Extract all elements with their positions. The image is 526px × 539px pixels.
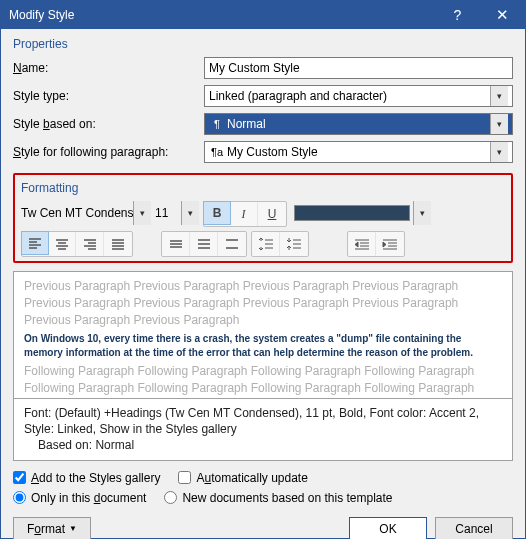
only-in-document-radio[interactable]: Only in this document [13,491,146,505]
based-on-label: Style based on: [13,117,198,131]
add-to-gallery-checkbox[interactable]: Add to the Styles gallery [13,471,160,485]
align-right-button[interactable] [76,232,104,256]
font-combo[interactable]: Tw Cen MT Condensed ▾ [21,201,151,225]
align-center-button[interactable] [48,232,76,256]
cancel-button[interactable]: Cancel [435,517,513,539]
caret-down-icon: ▼ [69,524,77,533]
preview-ghost-after: Following Paragraph Following Paragraph … [24,363,502,399]
paragraph-linked-icon: ¶a [209,146,227,158]
chevron-down-icon: ▾ [490,142,508,162]
formatting-group: Formatting Tw Cen MT Condensed ▾ 11 ▾ B … [13,173,513,263]
chevron-down-icon: ▾ [490,114,508,134]
properties-heading: Properties [13,37,513,51]
style-type-combo[interactable]: Linked (paragraph and character) ▾ [204,85,513,107]
titlebar: Modify Style ? ✕ [1,1,525,29]
style-type-label: Style type: [13,89,198,103]
chevron-down-icon: ▾ [133,201,151,225]
increase-indent-button[interactable] [376,232,404,256]
dialog-title: Modify Style [9,8,435,22]
color-swatch [294,205,410,221]
help-button[interactable]: ? [435,1,480,29]
following-label: Style for following paragraph: [13,145,198,159]
auto-update-checkbox[interactable]: Automatically update [178,471,307,485]
format-button[interactable]: Format▼ [13,517,91,539]
paragraph-mark-icon: ¶ [209,118,227,130]
font-size-combo[interactable]: 11 ▾ [155,201,199,225]
chevron-down-icon: ▾ [181,201,199,225]
close-button[interactable]: ✕ [480,1,525,29]
align-left-button[interactable] [21,231,49,255]
bold-button[interactable]: B [203,201,231,225]
formatting-heading: Formatting [21,181,505,195]
space-before-increase-button[interactable] [252,232,280,256]
based-on-combo[interactable]: ¶ Normal ▾ [204,113,513,135]
name-label: Name: [13,61,198,75]
align-justify-button[interactable] [104,232,132,256]
line-spacing-15-button[interactable] [190,232,218,256]
following-combo[interactable]: ¶a My Custom Style ▾ [204,141,513,163]
font-color-combo[interactable]: ▾ [291,201,431,225]
preview-ghost-before: Previous Paragraph Previous Paragraph Pr… [24,278,502,328]
preview-sample-text: On Windows 10, every time there is a cra… [24,332,502,359]
space-before-decrease-button[interactable] [280,232,308,256]
decrease-indent-button[interactable] [348,232,376,256]
line-spacing-1-button[interactable] [162,232,190,256]
underline-button[interactable]: U [258,202,286,226]
line-spacing-2-button[interactable] [218,232,246,256]
preview-pane: Previous Paragraph Previous Paragraph Pr… [13,271,513,399]
ok-button[interactable]: OK [349,517,427,539]
new-documents-radio[interactable]: New documents based on this template [164,491,392,505]
chevron-down-icon: ▾ [413,201,431,225]
modify-style-dialog: Modify Style ? ✕ Properties Name: Style … [0,0,526,539]
italic-button[interactable]: I [230,202,258,226]
chevron-down-icon: ▾ [490,86,508,106]
name-field[interactable] [204,57,513,79]
style-description: Font: (Default) +Headings (Tw Cen MT Con… [13,399,513,461]
